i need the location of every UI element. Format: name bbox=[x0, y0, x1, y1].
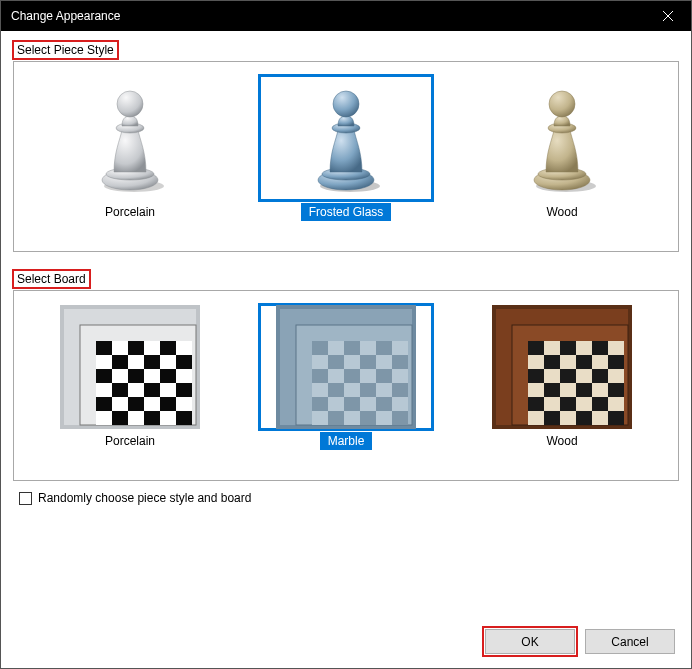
svg-rect-82 bbox=[608, 411, 624, 425]
svg-rect-28 bbox=[128, 369, 144, 383]
svg-rect-57 bbox=[376, 397, 392, 411]
piece-label-frosted-glass: Frosted Glass bbox=[301, 203, 392, 221]
board-thumb-marble bbox=[258, 303, 434, 431]
svg-rect-67 bbox=[592, 341, 608, 355]
board-section-label: Select Board bbox=[13, 270, 90, 288]
svg-rect-21 bbox=[96, 341, 112, 355]
svg-rect-56 bbox=[344, 397, 360, 411]
random-checkbox-row[interactable]: Randomly choose piece style and board bbox=[19, 491, 679, 505]
piece-option-wood[interactable]: Wood bbox=[462, 74, 662, 221]
svg-rect-54 bbox=[392, 383, 408, 397]
svg-rect-34 bbox=[128, 397, 144, 411]
svg-rect-49 bbox=[312, 369, 328, 383]
svg-rect-69 bbox=[576, 355, 592, 369]
svg-rect-77 bbox=[528, 397, 544, 411]
svg-rect-35 bbox=[160, 397, 176, 411]
svg-rect-55 bbox=[312, 397, 328, 411]
svg-rect-72 bbox=[560, 369, 576, 383]
svg-point-11 bbox=[333, 91, 359, 117]
ok-button[interactable]: OK bbox=[485, 629, 575, 654]
random-checkbox[interactable] bbox=[19, 492, 32, 505]
dialog-content: Select Piece Style Porcelain bbox=[1, 31, 691, 517]
svg-rect-24 bbox=[112, 355, 128, 369]
svg-rect-58 bbox=[328, 411, 344, 425]
svg-rect-50 bbox=[344, 369, 360, 383]
svg-rect-59 bbox=[360, 411, 376, 425]
board-label-wood: Wood bbox=[538, 432, 585, 450]
board-option-wood[interactable]: Wood bbox=[462, 303, 662, 450]
svg-rect-32 bbox=[176, 383, 192, 397]
svg-rect-46 bbox=[328, 355, 344, 369]
piece-style-section-label: Select Piece Style bbox=[13, 41, 118, 59]
board-label-marble: Marble bbox=[320, 432, 373, 450]
board-thumb-wood bbox=[474, 303, 650, 431]
svg-rect-26 bbox=[176, 355, 192, 369]
dialog-button-row: OK Cancel bbox=[485, 629, 675, 654]
svg-rect-80 bbox=[544, 411, 560, 425]
board-label-porcelain: Porcelain bbox=[97, 432, 163, 450]
svg-rect-44 bbox=[344, 341, 360, 355]
svg-rect-31 bbox=[144, 383, 160, 397]
svg-rect-43 bbox=[312, 341, 328, 355]
svg-rect-48 bbox=[392, 355, 408, 369]
svg-rect-52 bbox=[328, 383, 344, 397]
piece-option-frosted-glass[interactable]: Frosted Glass bbox=[246, 74, 446, 221]
svg-rect-76 bbox=[608, 383, 624, 397]
random-checkbox-label: Randomly choose piece style and board bbox=[38, 491, 251, 505]
close-icon bbox=[663, 11, 673, 21]
change-appearance-dialog: Change Appearance Select Piece Style Por… bbox=[0, 0, 692, 669]
piece-thumb-wood bbox=[474, 74, 650, 202]
svg-rect-65 bbox=[528, 341, 544, 355]
svg-rect-33 bbox=[96, 397, 112, 411]
piece-label-porcelain: Porcelain bbox=[97, 203, 163, 221]
piece-option-porcelain[interactable]: Porcelain bbox=[30, 74, 230, 221]
piece-label-wood: Wood bbox=[538, 203, 585, 221]
svg-rect-60 bbox=[392, 411, 408, 425]
board-panel: Porcelain bbox=[13, 290, 679, 481]
svg-rect-81 bbox=[576, 411, 592, 425]
svg-rect-37 bbox=[144, 411, 160, 425]
svg-rect-27 bbox=[96, 369, 112, 383]
svg-rect-47 bbox=[360, 355, 376, 369]
svg-rect-25 bbox=[144, 355, 160, 369]
close-button[interactable] bbox=[645, 1, 691, 31]
svg-rect-66 bbox=[560, 341, 576, 355]
svg-rect-30 bbox=[112, 383, 128, 397]
svg-rect-79 bbox=[592, 397, 608, 411]
svg-rect-75 bbox=[576, 383, 592, 397]
svg-rect-70 bbox=[608, 355, 624, 369]
svg-rect-29 bbox=[160, 369, 176, 383]
board-option-porcelain[interactable]: Porcelain bbox=[30, 303, 230, 450]
piece-thumb-porcelain bbox=[42, 74, 218, 202]
svg-rect-38 bbox=[176, 411, 192, 425]
svg-rect-51 bbox=[376, 369, 392, 383]
svg-rect-36 bbox=[112, 411, 128, 425]
svg-rect-53 bbox=[360, 383, 376, 397]
svg-rect-78 bbox=[560, 397, 576, 411]
board-option-marble[interactable]: Marble bbox=[246, 303, 446, 450]
svg-rect-74 bbox=[544, 383, 560, 397]
title-bar: Change Appearance bbox=[1, 1, 691, 31]
svg-rect-45 bbox=[376, 341, 392, 355]
piece-style-panel: Porcelain Frosted Glass bbox=[13, 61, 679, 252]
board-thumb-porcelain bbox=[42, 303, 218, 431]
svg-rect-22 bbox=[128, 341, 144, 355]
svg-rect-73 bbox=[592, 369, 608, 383]
svg-point-6 bbox=[117, 91, 143, 117]
piece-thumb-frosted-glass bbox=[258, 74, 434, 202]
cancel-button[interactable]: Cancel bbox=[585, 629, 675, 654]
svg-rect-23 bbox=[160, 341, 176, 355]
svg-point-16 bbox=[549, 91, 575, 117]
svg-rect-68 bbox=[544, 355, 560, 369]
dialog-title: Change Appearance bbox=[11, 9, 120, 23]
svg-rect-71 bbox=[528, 369, 544, 383]
